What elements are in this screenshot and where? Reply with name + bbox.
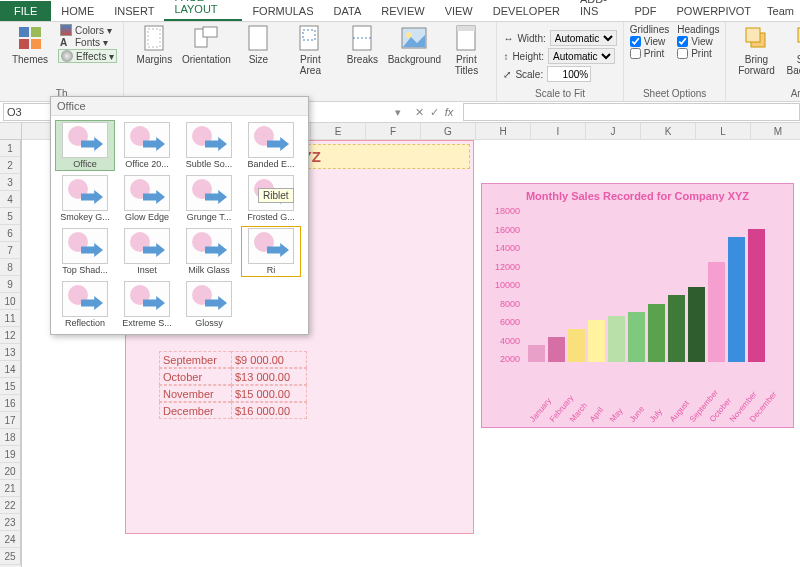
row-header[interactable]: 15 [0,378,21,395]
formula-input[interactable] [463,103,800,121]
effects-option[interactable]: Grunge T... [179,173,239,224]
row-header[interactable]: 16 [0,395,21,412]
tab-developer[interactable]: DEVELOPER [483,1,570,21]
row-header[interactable]: 19 [0,446,21,463]
group-label-scale: Scale to Fit [535,88,585,101]
effect-thumb [124,281,170,317]
row-header[interactable]: 20 [0,463,21,480]
orientation-button[interactable]: Orientation [182,24,230,65]
row-header[interactable]: 2 [0,157,21,174]
col-header[interactable]: I [531,123,586,140]
send-backward-button[interactable]: Send Backward [784,24,800,76]
tab-page-layout[interactable]: PAGE LAYOUT [164,0,242,21]
headings-heading: Headings [677,24,719,35]
tab-review[interactable]: REVIEW [371,1,434,21]
themes-button[interactable]: Themes [6,24,54,65]
effect-thumb [186,228,232,264]
tab-insert[interactable]: INSERT [104,1,164,21]
headings-print-check[interactable]: Print [677,48,719,59]
effects-option[interactable]: Ri [241,226,301,277]
row-header[interactable]: 3 [0,174,21,191]
row-header[interactable]: 7 [0,242,21,259]
width-select[interactable]: Automatic [550,30,617,46]
scale-input[interactable] [547,66,591,82]
select-all-corner[interactable] [0,123,22,140]
row-header[interactable]: 11 [0,310,21,327]
chevron-down-icon[interactable]: ▾ [395,106,401,119]
effects-option[interactable]: Milk Glass [179,226,239,277]
effects-option[interactable]: Glossy [179,279,239,330]
chart-bar [628,312,645,362]
tab-powerpivot[interactable]: POWERPIVOT [667,1,762,21]
chart-bar [608,316,625,362]
background-button[interactable]: Background [390,24,438,65]
effects-option[interactable]: Office [55,120,115,171]
row-header[interactable]: 24 [0,531,21,548]
row-header[interactable]: 18 [0,429,21,446]
col-header[interactable]: K [641,123,696,140]
enter-icon[interactable]: ✓ [430,106,439,119]
height-select[interactable]: Automatic [548,48,615,64]
row-header[interactable]: 21 [0,480,21,497]
row-header[interactable]: 5 [0,208,21,225]
bring-forward-button[interactable]: Bring Forward [732,24,780,76]
fonts-button[interactable]: AFonts▾ [58,37,117,48]
cancel-icon[interactable]: ✕ [415,106,424,119]
col-header[interactable]: F [366,123,421,140]
effects-option[interactable]: Office 20... [117,120,177,171]
tab-addins[interactable]: ADD-INS [570,0,625,21]
chart-x-label: July [648,405,666,424]
print-area-button[interactable]: Print Area [286,24,334,76]
row-headers[interactable]: 1234567891011121314151617181920212223242… [0,123,22,567]
row-header[interactable]: 8 [0,259,21,276]
col-header[interactable]: M [751,123,800,140]
effects-option[interactable]: Smokey G... [55,173,115,224]
effects-option[interactable]: Inset [117,226,177,277]
margins-button[interactable]: Margins [130,24,178,65]
breaks-icon [348,24,376,52]
colors-button[interactable]: Colors▾ [58,24,117,36]
fx-icon[interactable]: fx [445,106,454,119]
effects-option[interactable]: Extreme S... [117,279,177,330]
effects-button[interactable]: Effects▾ [58,49,117,63]
tab-pdf[interactable]: PDF [625,1,667,21]
row-header[interactable]: 4 [0,191,21,208]
effects-option[interactable]: Top Shad... [55,226,115,277]
value-cell: $15 000.00 [231,385,307,402]
col-header[interactable]: G [421,123,476,140]
gridlines-print-check[interactable]: Print [630,48,669,59]
tab-view[interactable]: VIEW [435,1,483,21]
tab-data[interactable]: DATA [324,1,372,21]
col-header[interactable]: E [311,123,366,140]
name-box[interactable]: O3 [3,103,57,121]
size-button[interactable]: Size [234,24,282,65]
chart[interactable]: Monthly Sales Recorded for Company XYZ 1… [481,183,794,428]
row-header[interactable]: 13 [0,344,21,361]
file-tab[interactable]: FILE [0,1,51,21]
row-header[interactable]: 12 [0,327,21,344]
row-header[interactable]: 14 [0,361,21,378]
themes-icon [16,24,44,52]
tab-home[interactable]: HOME [51,1,104,21]
effects-option[interactable]: Reflection [55,279,115,330]
tab-formulas[interactable]: FORMULAS [242,1,323,21]
col-header[interactable]: H [476,123,531,140]
col-header[interactable]: L [696,123,751,140]
row-header[interactable]: 9 [0,276,21,293]
breaks-button[interactable]: Breaks [338,24,386,65]
effects-option[interactable]: Banded E... [241,120,301,171]
row-header[interactable]: 22 [0,497,21,514]
row-header[interactable]: 6 [0,225,21,242]
row-header[interactable]: 10 [0,293,21,310]
row-header[interactable]: 23 [0,514,21,531]
effect-thumb [62,281,108,317]
headings-view-check[interactable]: View [677,36,719,47]
gridlines-view-check[interactable]: View [630,36,669,47]
effects-option[interactable]: Subtle So... [179,120,239,171]
row-header[interactable]: 1 [0,140,21,157]
print-titles-button[interactable]: Print Titles [442,24,490,76]
row-header[interactable]: 17 [0,412,21,429]
row-header[interactable]: 25 [0,548,21,565]
effects-option[interactable]: Glow Edge [117,173,177,224]
col-header[interactable]: J [586,123,641,140]
